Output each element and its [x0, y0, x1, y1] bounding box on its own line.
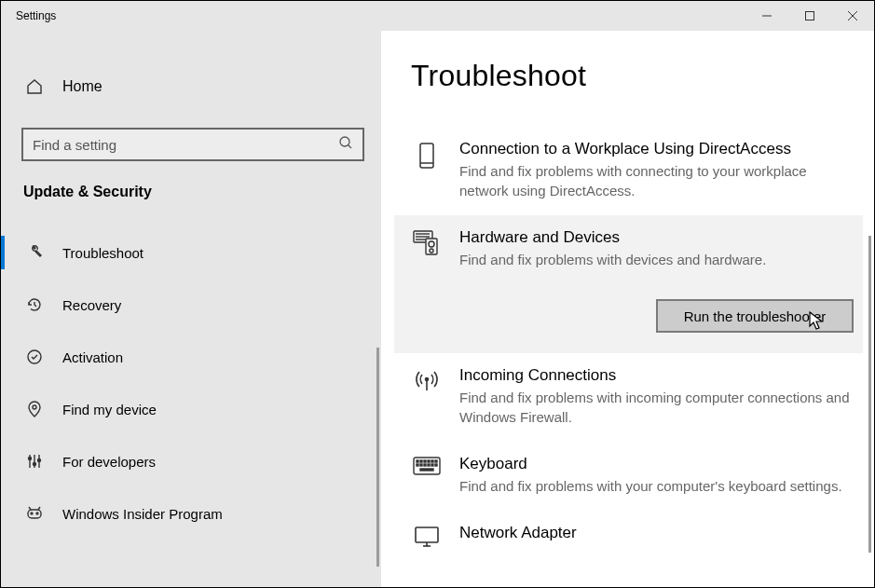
sidebar-item-find-my-device[interactable]: Find my device	[1, 383, 381, 435]
antenna-icon	[411, 366, 443, 394]
sidebar-item-label: Troubleshoot	[62, 245, 144, 261]
svg-line-17	[29, 507, 31, 510]
search-box[interactable]	[21, 128, 364, 161]
monitor-icon	[411, 524, 443, 552]
close-button[interactable]	[831, 1, 874, 31]
sidebar-item-label: Activation	[62, 349, 123, 365]
svg-rect-39	[424, 464, 426, 466]
minimize-button[interactable]	[745, 1, 788, 31]
sidebar-scrollbar[interactable]	[376, 348, 379, 567]
svg-point-15	[31, 513, 33, 514]
sidebar: Home Update & Security Troubleshoot Reco…	[1, 31, 381, 588]
content-scrollbar[interactable]	[868, 236, 871, 553]
maximize-button[interactable]	[788, 1, 831, 31]
history-icon	[23, 294, 46, 316]
search-icon	[338, 135, 353, 154]
troubleshoot-item-title: Network Adapter	[459, 524, 854, 542]
keyboard-icon	[411, 455, 443, 483]
sidebar-item-windows-insider[interactable]: Windows Insider Program	[1, 487, 381, 540]
svg-line-5	[349, 145, 352, 149]
phone-icon	[411, 140, 443, 168]
svg-point-7	[33, 405, 36, 409]
hardware-icon	[411, 228, 443, 256]
svg-rect-36	[435, 460, 437, 462]
svg-point-6	[28, 350, 41, 363]
troubleshoot-item-desc: Find and fix problems with your computer…	[459, 476, 854, 496]
minimize-icon	[762, 11, 772, 21]
troubleshoot-item-incoming[interactable]: Incoming Connections Find and fix proble…	[411, 353, 854, 442]
close-icon	[848, 11, 857, 21]
sidebar-item-troubleshoot[interactable]: Troubleshoot	[1, 226, 381, 279]
sidebar-item-label: Find my device	[62, 402, 157, 417]
svg-rect-1	[806, 12, 814, 21]
check-circle-icon	[23, 346, 46, 368]
troubleshoot-item-desc: Find and fix problems with devices and h…	[459, 250, 854, 269]
troubleshoot-item-network-adapter[interactable]: Network Adapter	[411, 511, 854, 567]
troubleshoot-item-title: Incoming Connections	[459, 366, 854, 385]
wrench-icon	[23, 241, 46, 264]
sliders-icon	[23, 450, 46, 472]
troubleshoot-item-hardware[interactable]: Hardware and Devices Find and fix proble…	[394, 215, 863, 353]
svg-rect-38	[420, 464, 422, 466]
svg-rect-14	[28, 510, 41, 518]
sidebar-item-activation[interactable]: Activation	[1, 331, 381, 383]
svg-rect-33	[424, 460, 426, 462]
troubleshoot-item-title: Hardware and Devices	[459, 228, 854, 247]
svg-rect-37	[417, 464, 418, 466]
troubleshoot-item-title: Keyboard	[459, 455, 854, 473]
run-troubleshooter-label: Run the troubleshooter	[684, 308, 827, 324]
svg-point-16	[36, 513, 38, 514]
sidebar-item-for-developers[interactable]: For developers	[1, 435, 381, 487]
svg-rect-31	[417, 460, 418, 462]
svg-point-12	[34, 463, 36, 466]
svg-rect-19	[420, 144, 433, 168]
window-title: Settings	[1, 9, 56, 22]
troubleshoot-item-directaccess[interactable]: Connection to a Workplace Using DirectAc…	[411, 127, 854, 215]
category-heading: Update & Security	[1, 184, 381, 200]
maximize-icon	[805, 11, 814, 21]
svg-point-13	[38, 459, 41, 462]
svg-rect-44	[416, 527, 438, 542]
troubleshoot-item-keyboard[interactable]: Keyboard Find and fix problems with your…	[411, 442, 854, 511]
sidebar-item-recovery[interactable]: Recovery	[1, 279, 381, 331]
sidebar-item-label: Windows Insider Program	[62, 506, 223, 522]
svg-rect-41	[431, 464, 433, 466]
sidebar-item-label: For developers	[62, 454, 156, 470]
svg-rect-43	[420, 469, 433, 471]
home-label: Home	[62, 78, 103, 95]
svg-point-11	[29, 458, 32, 460]
svg-rect-32	[420, 460, 422, 462]
title-bar: Settings	[1, 1, 874, 31]
svg-rect-34	[428, 460, 430, 462]
svg-rect-40	[428, 464, 430, 466]
troubleshoot-item-desc: Find and fix problems with connecting to…	[459, 161, 854, 200]
svg-line-18	[38, 507, 40, 510]
troubleshoot-item-title: Connection to a Workplace Using DirectAc…	[459, 140, 854, 158]
insider-icon	[23, 502, 46, 525]
content-pane: Troubleshoot Connection to a Workplace U…	[381, 31, 874, 588]
sidebar-item-label: Recovery	[62, 297, 121, 313]
svg-rect-35	[431, 460, 433, 462]
run-troubleshooter-button[interactable]: Run the troubleshooter	[656, 299, 854, 333]
home-nav[interactable]: Home	[1, 68, 381, 105]
search-input[interactable]	[33, 137, 338, 153]
svg-rect-42	[435, 464, 437, 466]
page-title: Troubleshoot	[411, 59, 854, 93]
location-icon	[23, 398, 46, 420]
troubleshoot-item-desc: Find and fix problems with incoming comp…	[459, 388, 854, 427]
home-icon	[23, 75, 46, 98]
